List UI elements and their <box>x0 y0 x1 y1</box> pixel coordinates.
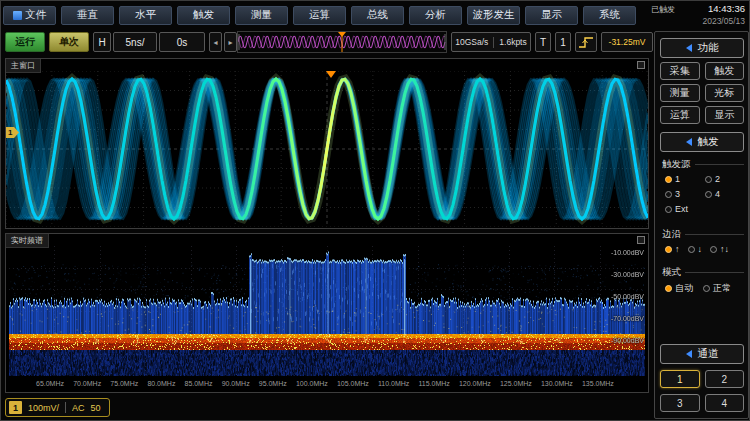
section-label: 功能 <box>698 41 719 55</box>
spectrum-window: 实时频谱 65.0MHz70.0MHz75.0MHz80.0MHz85.0MHz… <box>5 233 649 393</box>
channel-button-3[interactable]: 3 <box>660 394 700 412</box>
divider <box>65 402 66 413</box>
menu-item-analysis[interactable]: 分析 <box>409 6 462 25</box>
option-label: 3 <box>675 189 680 199</box>
panel-button-acquire[interactable]: 采集 <box>660 62 700 80</box>
radio-icon <box>710 246 717 253</box>
horizontal-button[interactable]: H <box>93 32 111 52</box>
edge-option-either[interactable]: ↑↓ <box>710 244 729 254</box>
menu-item-file[interactable]: 文件 <box>3 6 56 25</box>
freq-axis-label: 105.0MHz <box>337 380 369 387</box>
oscilloscope-screen: 文件垂直水平触发测量运算总线分析波形发生显示系统 已触发 14:43:36 20… <box>0 0 750 421</box>
freq-axis-label: 110.0MHz <box>378 380 409 387</box>
trigger-section-button[interactable]: 触发 <box>660 132 744 152</box>
panel-button-trigger[interactable]: 触发 <box>705 62 745 80</box>
frequency-axis: 65.0MHz70.0MHz75.0MHz80.0MHz85.0MHz90.0M… <box>36 380 614 387</box>
status-clock: 已触发 14:43:36 2023/05/13 <box>651 3 745 26</box>
channel-button-grid: 1234 <box>660 370 744 412</box>
menu-item-vertical[interactable]: 垂直 <box>61 6 114 25</box>
panel-button-measure[interactable]: 测量 <box>660 84 700 102</box>
file-icon <box>13 11 22 20</box>
spectrum-window-tab[interactable]: 实时频谱 <box>6 234 49 248</box>
channel-scale: 100mV/ <box>28 403 59 413</box>
spectrum-display <box>9 246 645 376</box>
freq-axis-label: 130.0MHz <box>541 380 573 387</box>
mode-option-normal[interactable]: 正常 <box>703 282 731 295</box>
pan-left-button[interactable]: ◂ <box>209 32 222 52</box>
menu-item-label: 总线 <box>367 8 388 22</box>
radio-icon <box>665 191 672 198</box>
timebase-select[interactable]: 5ns/ <box>113 32 157 52</box>
waveform-display <box>6 71 648 227</box>
function-section-button[interactable]: 功能 <box>660 38 744 58</box>
waveform-overview-strip[interactable] <box>237 31 447 53</box>
trigger-status: 已触发 <box>651 4 675 15</box>
trigger-source-option-3[interactable]: 3 <box>665 189 703 199</box>
panel-button-cursor[interactable]: 光标 <box>705 84 745 102</box>
trigger-source-label: 触发源 <box>662 158 744 171</box>
trigger-source-option-4[interactable]: 4 <box>705 189 743 199</box>
menu-item-label: 水平 <box>135 8 156 22</box>
option-label: 2 <box>715 174 720 184</box>
channel-button-2[interactable]: 2 <box>705 370 745 388</box>
trigger-menu-button[interactable]: T <box>535 32 551 52</box>
window-expand-icon[interactable] <box>637 236 645 244</box>
radio-icon <box>705 176 712 183</box>
radio-icon <box>703 285 710 292</box>
mode-option-auto[interactable]: 自动 <box>665 282 693 295</box>
menu-item-measure[interactable]: 测量 <box>235 6 288 25</box>
channel-section-button[interactable]: 通道 <box>660 344 744 364</box>
freq-axis-label: 80.0MHz <box>147 380 175 387</box>
horizontal-offset-field[interactable]: 0s <box>159 32 205 52</box>
edge-option-rising[interactable]: ↑ <box>665 244 680 254</box>
main-window-tab[interactable]: 主窗口 <box>6 59 41 73</box>
menu-item-trigger[interactable]: 触发 <box>177 6 230 25</box>
trigger-position-marker[interactable] <box>326 71 336 78</box>
option-label: Ext <box>675 204 688 214</box>
channel-button-4[interactable]: 4 <box>705 394 745 412</box>
trigger-source-indicator[interactable]: 1 <box>555 32 571 52</box>
radio-icon <box>688 246 695 253</box>
rising-edge-icon <box>578 35 594 49</box>
menu-item-system[interactable]: 系统 <box>583 6 636 25</box>
right-control-panel: 功能 采集触发测量光标运算显示 触发 触发源 1234Ext 边沿 ↑↓↑↓ 模… <box>654 31 749 419</box>
trigger-source-option-2[interactable]: 2 <box>705 174 743 184</box>
channel-button-1[interactable]: 1 <box>660 370 700 388</box>
single-button[interactable]: 单次 <box>49 32 89 52</box>
option-label: 正常 <box>713 282 731 295</box>
radio-icon <box>705 191 712 198</box>
freq-axis-label: 65.0MHz <box>36 380 64 387</box>
radio-icon <box>665 206 672 213</box>
channel-coupling: AC <box>72 403 85 413</box>
freq-axis-label: 125.0MHz <box>500 380 532 387</box>
menu-item-display[interactable]: 显示 <box>525 6 578 25</box>
panel-button-math[interactable]: 运算 <box>660 106 700 124</box>
main-waveform-window: 主窗口 1 <box>5 58 649 229</box>
panel-button-display[interactable]: 显示 <box>705 106 745 124</box>
channel1-status-bar[interactable]: 1 100mV/ AC 50 <box>5 398 110 417</box>
clock-date: 2023/05/13 <box>651 16 745 26</box>
freq-axis-label: 90.0MHz <box>222 380 250 387</box>
menu-item-math[interactable]: 运算 <box>293 6 346 25</box>
function-button-grid: 采集触发测量光标运算显示 <box>660 62 744 124</box>
option-label: 1 <box>675 174 680 184</box>
menu-item-bus[interactable]: 总线 <box>351 6 404 25</box>
db-axis-label: -10.00dBV <box>611 248 644 257</box>
menu-item-horizontal[interactable]: 水平 <box>119 6 172 25</box>
run-button[interactable]: 运行 <box>5 32 45 52</box>
edge-option-falling[interactable]: ↓ <box>688 244 703 254</box>
window-controls <box>637 61 645 69</box>
divider <box>493 37 494 48</box>
pan-right-button[interactable]: ▸ <box>224 32 237 52</box>
menu-item-label: 垂直 <box>77 8 98 22</box>
section-label: 通道 <box>698 347 719 361</box>
freq-axis-label: 85.0MHz <box>185 380 213 387</box>
radio-icon <box>665 176 672 183</box>
trigger-slope-icon[interactable] <box>575 32 597 52</box>
freq-axis-label: 135.0MHz <box>582 380 614 387</box>
window-expand-icon[interactable] <box>637 61 645 69</box>
menu-item-wavegen[interactable]: 波形发生 <box>467 6 520 25</box>
trigger-source-option-1[interactable]: 1 <box>665 174 703 184</box>
trigger-source-option-ext[interactable]: Ext <box>665 204 703 214</box>
menu-item-label: 触发 <box>193 8 214 22</box>
